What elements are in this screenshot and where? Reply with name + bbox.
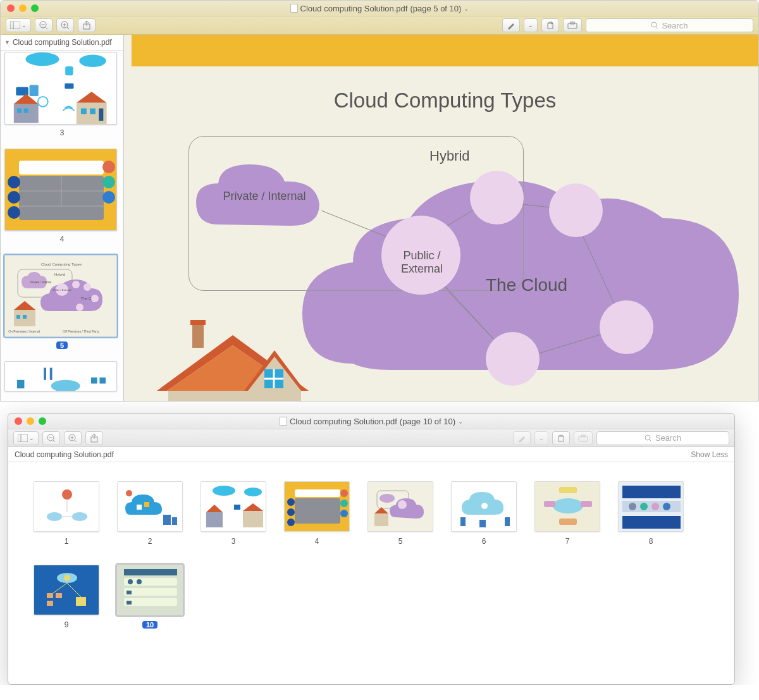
svg-point-55 xyxy=(91,295,99,302)
window-title[interactable]: Cloud computing Solution.pdf (page 10 of… xyxy=(8,417,734,426)
private-internal-label: Private / Internal xyxy=(214,190,315,203)
svg-point-18 xyxy=(79,55,106,67)
page-number-3: 3 xyxy=(60,128,65,137)
grid-thumb-2[interactable] xyxy=(117,481,183,532)
svg-point-170 xyxy=(64,575,70,581)
grid-thumb-10-active[interactable] xyxy=(117,565,183,615)
markup-menu-button[interactable]: ⌄ xyxy=(524,18,538,32)
svg-rect-26 xyxy=(17,108,22,113)
svg-rect-129 xyxy=(206,512,223,527)
chevron-down-icon: ⌄ xyxy=(29,435,34,441)
previous-page-strip xyxy=(132,35,758,66)
search-placeholder: Search xyxy=(655,433,681,443)
svg-rect-65 xyxy=(50,368,52,380)
cloud-node-5 xyxy=(486,332,540,386)
svg-rect-98 xyxy=(18,434,28,442)
svg-rect-157 xyxy=(544,501,555,507)
contact-sheet-header: Cloud computing Solution.pdf Show Less xyxy=(8,447,734,462)
svg-point-141 xyxy=(287,508,295,516)
preview-window-page5: Cloud computing Solution.pdf (page 5 of … xyxy=(0,0,759,402)
view-mode-button[interactable]: ⌄ xyxy=(6,18,31,32)
svg-rect-125 xyxy=(144,502,149,507)
grid-thumb-8[interactable] xyxy=(618,481,684,532)
public-external-label: Public / External xyxy=(385,249,459,276)
page-label: 2 xyxy=(148,537,152,546)
chevron-down-icon[interactable]: ⌄ xyxy=(458,418,463,425)
toolbar-bottom: ⌄ ⌄ xyxy=(8,429,734,447)
titlebar-bottom[interactable]: Cloud computing Solution.pdf (page 10 of… xyxy=(8,414,734,429)
grid-thumb-9[interactable] xyxy=(34,565,99,615)
svg-rect-159 xyxy=(559,519,577,525)
title-page-info: (page 5 of 10) xyxy=(410,4,461,13)
grid-thumb-4[interactable] xyxy=(284,481,350,532)
search-placeholder: Search xyxy=(662,21,688,30)
share-button[interactable] xyxy=(78,18,96,32)
svg-rect-136 xyxy=(295,498,340,524)
svg-rect-30 xyxy=(81,108,87,114)
svg-text:Public / External: Public / External xyxy=(53,288,71,292)
window-title[interactable]: Cloud computing Solution.pdf (page 5 of … xyxy=(1,4,758,13)
cloud-node-3 xyxy=(549,183,603,237)
header-filename: Cloud computing Solution.pdf xyxy=(15,450,114,459)
search-field[interactable]: Search xyxy=(596,431,729,445)
search-icon xyxy=(645,434,652,442)
markup-button[interactable] xyxy=(513,431,531,445)
svg-point-166 xyxy=(651,503,659,510)
svg-rect-185 xyxy=(126,601,132,605)
share-button[interactable] xyxy=(85,431,103,445)
svg-rect-32 xyxy=(99,108,103,120)
page-thumbnail-4[interactable] xyxy=(4,149,117,231)
svg-rect-22 xyxy=(30,85,39,96)
svg-point-167 xyxy=(663,503,670,510)
svg-rect-168 xyxy=(34,565,99,615)
grid-thumb-7[interactable] xyxy=(534,481,600,532)
search-field[interactable]: Search xyxy=(586,18,753,32)
edit-toolbar-button[interactable] xyxy=(574,431,593,445)
markup-menu-button[interactable]: ⌄ xyxy=(534,431,548,445)
zoom-out-button[interactable] xyxy=(42,431,60,445)
toolbox-icon xyxy=(578,434,588,442)
show-less-link[interactable]: Show Less xyxy=(691,450,728,459)
page-thumbnail-5-active[interactable]: Cloud Computing Types Hybrid Private / I… xyxy=(4,255,117,337)
zoom-in-button[interactable] xyxy=(56,18,74,32)
svg-point-17 xyxy=(25,52,59,66)
title-filename: Cloud computing Solution.pdf xyxy=(290,417,397,426)
document-viewport[interactable]: Cloud Computing Types xyxy=(124,35,758,402)
svg-point-115 xyxy=(62,489,72,500)
sidebar-file-header[interactable]: ▼ Cloud computing Solution.pdf xyxy=(1,35,123,51)
svg-rect-173 xyxy=(47,601,53,606)
page-label: 3 xyxy=(231,537,236,546)
rotate-button[interactable] xyxy=(541,18,559,32)
svg-point-182 xyxy=(128,579,133,584)
grid-thumb-6[interactable] xyxy=(451,481,517,532)
grid-thumb-3[interactable] xyxy=(201,481,266,532)
page-5-diagram: Cloud Computing Types xyxy=(132,66,758,402)
svg-point-145 xyxy=(379,494,395,503)
contact-sheet-grid: 1 2 xyxy=(8,462,734,648)
page-thumbnail-3[interactable] xyxy=(4,52,117,125)
disclosure-triangle-icon[interactable]: ▼ xyxy=(4,39,10,46)
title-page-info: (page 10 of 10) xyxy=(400,417,455,426)
svg-point-127 xyxy=(213,486,235,496)
zoom-out-button[interactable] xyxy=(35,18,52,32)
markup-button[interactable] xyxy=(502,18,520,32)
titlebar-top[interactable]: Cloud computing Solution.pdf (page 5 of … xyxy=(1,1,758,16)
svg-point-165 xyxy=(640,503,648,510)
pen-icon xyxy=(517,434,526,443)
svg-rect-83 xyxy=(168,391,301,402)
house-icon xyxy=(157,316,321,402)
chevron-down-icon[interactable]: ⌄ xyxy=(464,5,469,12)
svg-point-112 xyxy=(645,435,650,440)
svg-rect-151 xyxy=(505,517,510,526)
page-thumbnail-6-partial[interactable] xyxy=(4,361,117,391)
view-mode-button[interactable]: ⌄ xyxy=(13,431,39,445)
edit-toolbar-button[interactable] xyxy=(563,18,582,32)
grid-thumb-1[interactable] xyxy=(34,481,99,532)
svg-line-101 xyxy=(53,440,55,442)
svg-rect-69 xyxy=(99,378,106,384)
svg-point-153 xyxy=(481,503,488,509)
grid-thumb-5[interactable] xyxy=(367,481,433,532)
page-number-5-badge: 5 xyxy=(56,341,68,349)
zoom-in-button[interactable] xyxy=(64,431,82,445)
rotate-button[interactable] xyxy=(552,431,570,445)
